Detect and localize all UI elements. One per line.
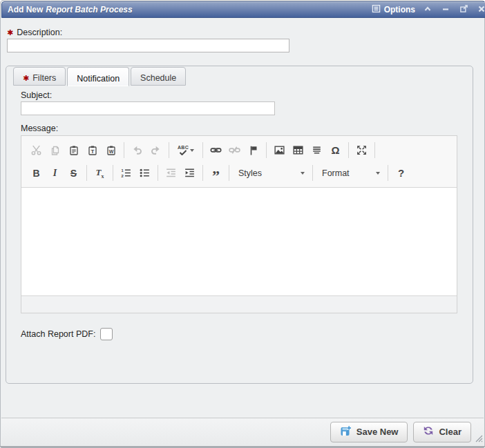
tab-notification[interactable]: Notification [67, 67, 129, 86]
toolbar-separator [113, 165, 113, 181]
bold-glyph: B [32, 168, 39, 179]
editor-toolbar: T W ABC [21, 136, 457, 188]
tab-filters-label: Filters [32, 73, 56, 83]
paste-from-word-icon[interactable]: W [102, 142, 120, 159]
clear-refresh-icon [423, 425, 434, 438]
tab-schedule[interactable]: Schedule [131, 67, 186, 86]
save-new-label: Save New [356, 427, 399, 437]
save-new-button[interactable]: Save New [330, 422, 408, 442]
help-glyph: ? [398, 167, 404, 179]
bold-icon[interactable]: B [27, 164, 46, 182]
message-editor-body[interactable] [21, 188, 457, 295]
description-input[interactable] [7, 39, 289, 52]
omega-glyph: Ω [331, 144, 339, 156]
toolbar-separator [312, 165, 313, 181]
description-label: ✱ Description: [7, 28, 62, 37]
italic-icon[interactable]: I [46, 164, 64, 182]
tab-strip: ✱ Filters Notification Schedule [13, 67, 186, 86]
toolbar-separator [202, 142, 203, 158]
toolbar-separator [388, 165, 388, 181]
close-button[interactable] [476, 4, 485, 15]
toolbar-separator [202, 165, 203, 181]
strike-glyph: S [70, 168, 77, 179]
strikethrough-icon[interactable]: S [64, 164, 83, 182]
italic-glyph: I [53, 168, 57, 179]
horizontal-rule-icon[interactable] [307, 142, 326, 159]
title-prefix: Add New [8, 5, 43, 14]
cut-icon[interactable] [27, 142, 46, 159]
dialog-add-new-report-batch-process: Add NewReport Batch Process Options [0, 0, 485, 448]
chevron-up-icon [424, 3, 432, 16]
link-icon[interactable] [207, 142, 225, 159]
undo-icon[interactable] [128, 142, 146, 159]
image-icon[interactable] [270, 142, 289, 159]
description-label-text: Description: [17, 28, 62, 37]
message-label-text: Message: [21, 124, 58, 133]
subject-label: Subject: [21, 90, 52, 100]
redo-icon[interactable] [146, 142, 165, 159]
numbered-list-icon[interactable]: 12 [117, 164, 135, 182]
copy-icon[interactable] [46, 142, 64, 159]
toolbar-separator [348, 142, 349, 158]
toolbar-separator [229, 165, 229, 181]
attach-report-pdf-checkbox[interactable] [100, 328, 113, 340]
bulleted-list-icon[interactable] [135, 164, 154, 182]
expand-button[interactable] [458, 4, 469, 15]
collapse-button[interactable] [422, 4, 433, 15]
tab-schedule-label: Schedule [140, 73, 176, 83]
anchor-flag-icon[interactable] [244, 142, 263, 159]
chevron-down-icon [190, 149, 194, 152]
table-icon[interactable] [289, 142, 307, 159]
special-character-icon[interactable]: Ω [326, 142, 345, 159]
help-icon[interactable]: ? [392, 164, 410, 182]
editor-elements-path-bar [21, 295, 457, 313]
remove-format-icon[interactable]: Tx [91, 164, 109, 182]
spell-check-icon[interactable]: ABC [173, 142, 199, 159]
toolbar-separator [374, 142, 375, 158]
resize-grip[interactable] [475, 433, 483, 445]
rich-text-editor: T W ABC [21, 135, 457, 313]
message-label: Message: [21, 124, 58, 133]
blockquote-icon[interactable]: ” [207, 164, 225, 182]
subject-label-text: Subject: [21, 90, 52, 100]
attach-report-pdf-row: Attach Report PDF: [21, 328, 113, 340]
spell-check-text: ABC [178, 145, 189, 150]
unlink-icon[interactable] [225, 142, 244, 159]
chevron-down-icon [376, 172, 380, 175]
required-marker: ✱ [7, 29, 13, 37]
chevron-down-icon [301, 172, 305, 175]
styles-dropdown-label: Styles [238, 168, 262, 178]
svg-text:W: W [108, 149, 113, 154]
svg-text:T: T [91, 148, 94, 155]
subject-input[interactable] [21, 101, 275, 115]
tab-filters[interactable]: ✱ Filters [13, 67, 66, 86]
required-marker: ✱ [23, 75, 29, 82]
options-button[interactable]: Options [372, 4, 415, 15]
toolbar-separator [124, 142, 124, 158]
options-label: Options [384, 5, 415, 14]
title-bar: Add NewReport Batch Process Options [1, 1, 485, 18]
indent-icon[interactable] [180, 164, 199, 182]
footer-toolbar: Save New Clear [1, 418, 484, 445]
options-list-icon [372, 4, 381, 15]
svg-text:2: 2 [122, 174, 124, 178]
toolbar-separator [169, 142, 169, 158]
toolbar-separator [158, 165, 158, 181]
minus-icon [441, 3, 450, 16]
svg-text:1: 1 [122, 168, 124, 173]
styles-dropdown[interactable]: Styles [233, 164, 309, 182]
paste-icon[interactable] [64, 142, 83, 159]
paste-plain-text-icon[interactable]: T [83, 142, 102, 159]
outdent-icon[interactable] [162, 164, 180, 182]
clear-button[interactable]: Clear [413, 422, 471, 442]
clear-label: Clear [439, 427, 462, 437]
format-dropdown[interactable]: Format [316, 164, 384, 182]
minimize-button[interactable] [440, 4, 451, 15]
tab-notification-label: Notification [77, 74, 120, 84]
title-emphasis: Report Batch Process [46, 5, 132, 14]
toolbar-row-2: B I S Tx 12 [27, 162, 451, 184]
toolbar-separator [266, 142, 267, 158]
maximize-icon[interactable] [352, 142, 371, 159]
attach-report-pdf-label: Attach Report PDF: [21, 329, 95, 339]
toolbar-row-1: T W ABC [27, 139, 451, 162]
